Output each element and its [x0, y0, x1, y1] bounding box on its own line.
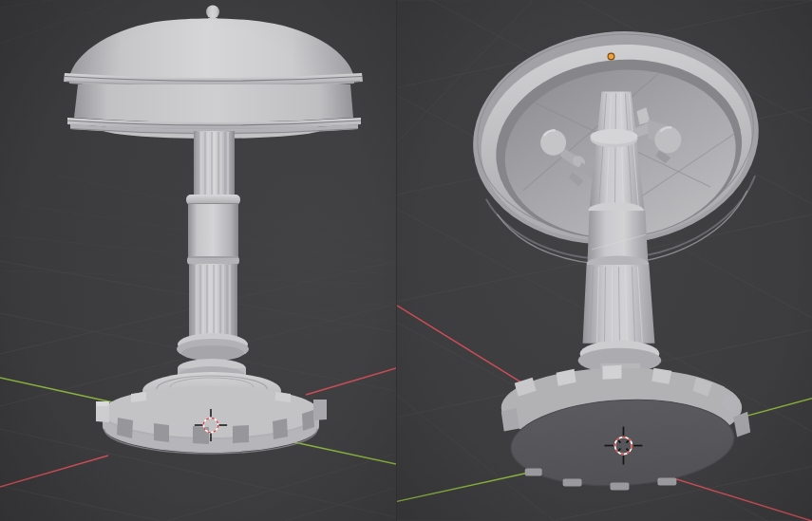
- viewport-front-view[interactable]: [0, 0, 396, 521]
- lamp-stem: [186, 131, 240, 339]
- object-origin-icon[interactable]: [608, 53, 614, 60]
- viewport-underside-view[interactable]: [396, 0, 812, 521]
- blender-viewport-screenshot: [0, 0, 812, 521]
